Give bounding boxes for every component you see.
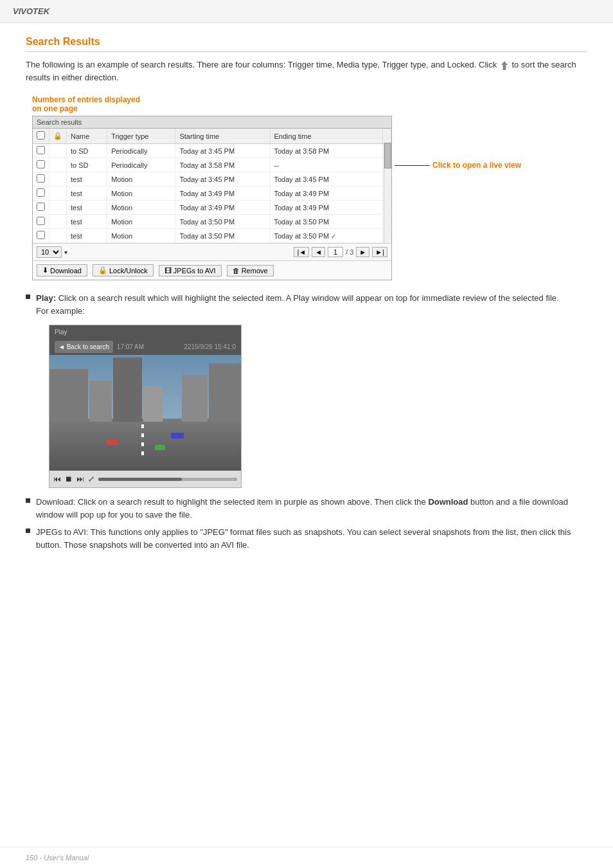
row-checkbox[interactable] xyxy=(37,217,45,225)
bullet-square-play xyxy=(26,294,30,299)
row-starting-time: Today at 3:50 PM xyxy=(175,215,270,229)
row-ending-time: Today at 3:49 PM xyxy=(270,186,383,201)
total-pages: / 3 xyxy=(346,248,353,256)
row-starting-time: Today at 3:45 PM xyxy=(175,172,270,186)
click-annotation: Click to open a live view xyxy=(395,161,521,170)
play-header: Play xyxy=(49,325,241,339)
row-name: test xyxy=(67,215,107,229)
search-results-box: Search results 🔒 xyxy=(32,116,392,280)
first-page-button[interactable]: |◄ xyxy=(294,247,309,257)
page-wrapper: VIVOTEK Search Results The following is … xyxy=(0,0,613,868)
table-row[interactable]: test Motion Today at 3:50 PM Today at 3:… xyxy=(33,215,391,229)
table-row[interactable]: test Motion Today at 3:49 PM Today at 3:… xyxy=(33,201,391,215)
row-starting-time: Today at 3:45 PM xyxy=(175,144,270,158)
row-ending-time: -- xyxy=(270,158,383,172)
section-title: Search Results xyxy=(26,36,587,52)
description-text: The following is an example of search re… xyxy=(26,59,587,84)
row-checkbox-cell[interactable] xyxy=(33,215,49,229)
back-to-search-button[interactable]: ◄ Back to search xyxy=(55,341,113,353)
progress-bar-track[interactable] xyxy=(98,478,237,481)
row-lock-cell xyxy=(49,144,67,158)
ctrl-fullscreen[interactable]: ⤢ xyxy=(88,473,94,485)
jpegs-to-avi-button[interactable]: 🎞 JPEGs to AVI xyxy=(159,265,222,276)
col-header-checkbox xyxy=(33,129,49,144)
bullet-square-jpegs xyxy=(26,529,30,533)
row-ending-time: Today at 3:50 PM ✓ xyxy=(270,229,383,243)
results-box-header: Search results xyxy=(33,116,391,129)
row-name: test xyxy=(67,172,107,186)
row-checkbox-cell[interactable] xyxy=(33,172,49,186)
table-row[interactable]: test Motion Today at 3:50 PM Today at 3:… xyxy=(33,229,391,243)
remove-button[interactable]: 🗑 Remove xyxy=(227,265,274,276)
col-header-scroll xyxy=(383,129,391,144)
row-checkbox-cell[interactable] xyxy=(33,186,49,201)
ctrl-stop[interactable]: ⏹ xyxy=(65,473,73,485)
film-icon: 🎞 xyxy=(164,267,172,275)
row-checkbox[interactable] xyxy=(37,203,45,211)
row-checkbox-cell[interactable] xyxy=(33,158,49,172)
pagination-chevron: ▾ xyxy=(64,249,67,256)
table-row[interactable]: to SD Periodically Today at 3:45 PM Toda… xyxy=(33,144,391,158)
row-trigger-type: Motion xyxy=(107,186,175,201)
action-buttons-row: ⬇ Download 🔒 Lock/Unlock 🎞 JPEGs to AVI xyxy=(33,260,391,280)
last-page-button[interactable]: ►| xyxy=(372,247,387,257)
prev-page-button[interactable]: ◄ xyxy=(312,247,325,257)
ctrl-skip-forward[interactable]: ⏭ xyxy=(76,473,84,485)
row-name: to SD xyxy=(67,144,107,158)
table-row[interactable]: to SD Periodically Today at 3:58 PM -- xyxy=(33,158,391,172)
row-checkbox-cell[interactable] xyxy=(33,144,49,158)
building-5 xyxy=(209,363,241,427)
trash-icon: 🗑 xyxy=(233,267,240,275)
row-name: to SD xyxy=(67,158,107,172)
row-lock-cell xyxy=(49,229,67,243)
row-ending-time: Today at 3:58 PM xyxy=(270,144,383,158)
row-ending-time: Today at 3:50 PM xyxy=(270,215,383,229)
play-image-area xyxy=(49,355,241,471)
col-header-name: Name xyxy=(67,129,107,144)
scrollbar-track[interactable] xyxy=(384,143,391,243)
row-lock-cell xyxy=(49,201,67,215)
row-trigger-type: Motion xyxy=(107,201,175,215)
road xyxy=(49,422,241,471)
select-all-checkbox[interactable] xyxy=(37,131,45,140)
car-3 xyxy=(171,433,184,439)
download-button[interactable]: ⬇ Download xyxy=(37,264,87,276)
row-checkbox[interactable] xyxy=(37,146,45,154)
building-3 xyxy=(113,357,142,427)
results-table-container[interactable]: 🔒 Name Trigger type Starting time Ending… xyxy=(33,129,391,243)
next-page-button[interactable]: ► xyxy=(356,247,369,257)
col-header-ending-time: Ending time xyxy=(270,129,383,144)
table-row[interactable]: test Motion Today at 3:45 PM Today at 3:… xyxy=(33,172,391,186)
progress-bar-fill xyxy=(98,478,182,481)
list-item-jpegs: JPEGs to AVI: This functions only applie… xyxy=(26,526,587,551)
footer: 150 - User's Manual xyxy=(0,847,613,868)
svg-marker-0 xyxy=(501,61,508,70)
row-trigger-type: Periodically xyxy=(107,158,175,172)
row-name: test xyxy=(67,229,107,243)
annotation-line xyxy=(395,165,430,166)
numbers-label: Numbers of entries displayed on one page xyxy=(32,95,587,113)
row-checkbox[interactable] xyxy=(37,188,45,197)
row-checkbox[interactable] xyxy=(37,174,45,183)
building-1 xyxy=(49,369,88,427)
lock-unlock-button[interactable]: 🔒 Lock/Unlock xyxy=(93,264,154,276)
row-checkbox-cell[interactable] xyxy=(33,201,49,215)
list-item-play: Play: Click on a search result which wil… xyxy=(26,292,587,488)
row-starting-time: Today at 3:49 PM xyxy=(175,201,270,215)
row-lock-cell xyxy=(49,215,67,229)
results-body: to SD Periodically Today at 3:45 PM Toda… xyxy=(33,144,391,243)
lock-header-icon: 🔒 xyxy=(53,132,62,140)
row-checkbox-cell[interactable] xyxy=(33,229,49,243)
play-label: Play xyxy=(55,327,67,337)
current-page-input[interactable] xyxy=(328,247,343,257)
row-checkbox[interactable] xyxy=(37,231,45,239)
ctrl-skip-back[interactable]: ⏮ xyxy=(53,473,61,485)
page-size-select[interactable]: 10 xyxy=(37,246,62,258)
scrollbar-thumb[interactable] xyxy=(384,143,391,168)
table-row[interactable]: test Motion Today at 3:49 PM Today at 3:… xyxy=(33,186,391,201)
row-lock-cell xyxy=(49,186,67,201)
row-name: test xyxy=(67,201,107,215)
sort-icon xyxy=(501,61,508,70)
building-2 xyxy=(89,381,112,427)
row-checkbox[interactable] xyxy=(37,160,45,168)
